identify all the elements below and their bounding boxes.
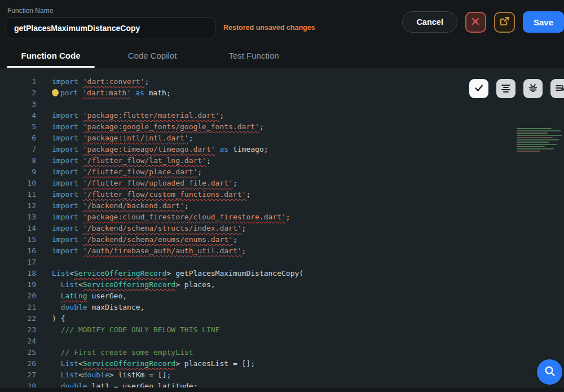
code-area[interactable]: 1import 'dart:convert';2port 'dart:math'…: [0, 68, 564, 392]
line-number: 16: [0, 245, 36, 257]
open-external-button[interactable]: [494, 12, 515, 33]
header-actions: Cancel Save: [402, 11, 564, 33]
line-number: 19: [0, 279, 36, 290]
code-line[interactable]: 21 double maxDistance,: [0, 302, 564, 313]
code-line[interactable]: 15import '/backend/schema/enums/enums.da…: [0, 234, 564, 245]
confirm-code-button[interactable]: [469, 79, 488, 98]
check-icon: [474, 83, 484, 95]
code-line[interactable]: 22) {: [0, 313, 564, 324]
line-number: 14: [0, 223, 36, 234]
code-line[interactable]: 13import 'package:cloud_firestore/cloud_…: [0, 212, 564, 223]
line-number: 3: [0, 99, 36, 110]
line-options-button[interactable]: [550, 79, 564, 98]
line-number: 10: [0, 178, 36, 189]
external-link-icon: [500, 16, 509, 28]
code-line[interactable]: 17: [0, 257, 564, 268]
line-number: 23: [0, 324, 36, 336]
close-icon: [471, 17, 480, 28]
line-number: 21: [0, 302, 36, 313]
unsaved-changes-status: Restored unsaved changes: [223, 24, 315, 32]
code-line[interactable]: 24: [0, 336, 564, 347]
header: Function Name Restored unsaved changes C…: [0, 0, 564, 43]
code-line[interactable]: 6import 'package:intl/intl.dart';: [0, 133, 564, 144]
code-line[interactable]: 9import '/flutter_flow/place.dart';: [0, 166, 564, 178]
code-line[interactable]: 18List<ServiceOfferingRecord> getPlacesM…: [0, 268, 564, 279]
code-line[interactable]: 23 /// MODIFY CODE ONLY BELOW THIS LINE: [0, 324, 564, 336]
line-number: 17: [0, 257, 36, 268]
save-button[interactable]: Save: [523, 11, 564, 33]
line-number: 25: [0, 347, 36, 358]
line-number: 9: [0, 166, 36, 178]
code-line[interactable]: 7import 'package:timeago/timeago.dart' a…: [0, 144, 564, 155]
tab-label: Function Code: [21, 51, 81, 60]
function-name-input[interactable]: [6, 17, 215, 38]
align-center-icon: [501, 83, 511, 95]
search-icon: [544, 365, 556, 379]
line-number: 11: [0, 189, 36, 200]
line-number: 15: [0, 234, 36, 245]
code-line[interactable]: 14import '/backend/schema/structs/index.…: [0, 223, 564, 234]
code-line[interactable]: 8import '/flutter_flow/lat_lng.dart';: [0, 155, 564, 166]
line-number: 27: [0, 369, 36, 381]
code-line[interactable]: 26 List<ServiceOfferingRecord> placesLis…: [0, 358, 564, 369]
tab-label: Code Copilot: [128, 51, 177, 60]
tab-test-function[interactable]: Test Function: [203, 43, 305, 68]
editor-toolbar: [469, 79, 564, 98]
horizontal-scrollbar[interactable]: [0, 387, 564, 392]
line-number: 1: [0, 76, 36, 87]
tab-code-copilot[interactable]: Code Copilot: [102, 43, 203, 68]
line-number: 13: [0, 212, 36, 223]
line-number: 20: [0, 290, 36, 302]
delete-button[interactable]: [465, 12, 486, 33]
line-number: 24: [0, 336, 36, 347]
tab-label: Test Function: [228, 51, 279, 60]
line-number: 26: [0, 358, 36, 369]
minimap[interactable]: [514, 127, 564, 152]
line-number: 6: [0, 133, 36, 144]
function-name-label: Function Name: [7, 7, 53, 15]
code-line[interactable]: 20 LatLng userGeo,: [0, 290, 564, 302]
code-line[interactable]: 3: [0, 99, 564, 110]
cancel-button[interactable]: Cancel: [402, 11, 457, 33]
code-line[interactable]: 16import '/auth/firebase_auth/auth_util.…: [0, 245, 564, 257]
debug-button[interactable]: [523, 79, 543, 98]
line-number: 18: [0, 268, 36, 279]
line-number: 2: [0, 87, 36, 99]
line-number: 8: [0, 155, 36, 166]
line-number: 7: [0, 144, 36, 155]
code-line[interactable]: 27 List<double> listKm = [];: [0, 369, 564, 381]
code-line[interactable]: 19 List<ServiceOfferingRecord> places,: [0, 279, 564, 290]
code-line[interactable]: 4import 'package:flutter/material.dart';: [0, 110, 564, 121]
search-fab[interactable]: [537, 359, 562, 385]
format-code-button[interactable]: [496, 79, 515, 98]
code-line[interactable]: 5import 'package:google_fonts/google_fon…: [0, 121, 564, 133]
code-line[interactable]: 12import '/backend/backend.dart';: [0, 200, 564, 212]
tab-function-code[interactable]: Function Code: [0, 43, 102, 68]
line-number: 12: [0, 200, 36, 212]
function-editor-page: Function Name Restored unsaved changes C…: [0, 0, 564, 392]
bug-icon: [528, 83, 538, 95]
line-number: 22: [0, 313, 36, 324]
line-number: 5: [0, 121, 36, 133]
code-line[interactable]: 25 // First create some emptyList: [0, 347, 564, 358]
line-number: 4: [0, 110, 36, 121]
format-list-icon: [555, 83, 564, 95]
tab-bar: Function Code Code Copilot Test Function: [0, 43, 564, 68]
lightbulb-icon[interactable]: [52, 89, 59, 96]
code-line[interactable]: 10import '/flutter_flow/uploaded_file.da…: [0, 178, 564, 189]
code-line[interactable]: 11import '/flutter_flow/custom_functions…: [0, 189, 564, 200]
code-editor[interactable]: 1import 'dart:convert';2port 'dart:math'…: [0, 68, 564, 392]
